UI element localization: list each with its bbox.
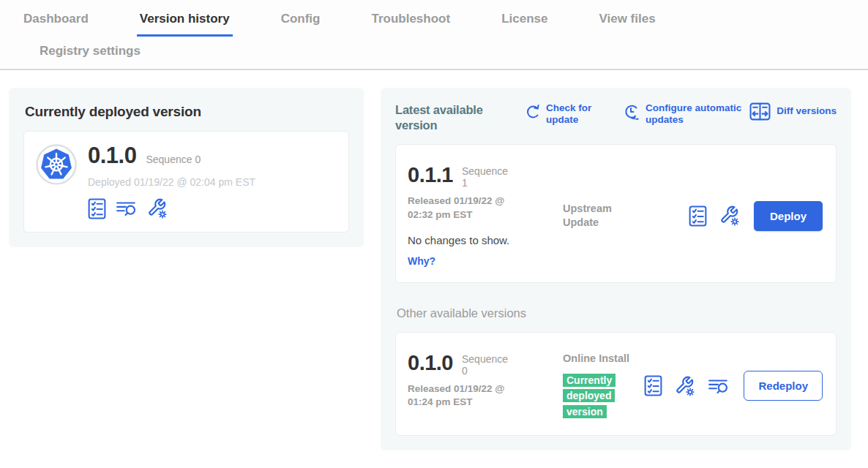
currently-deployed-badge-wrap: Currently deployed version <box>563 373 623 420</box>
nav-row-2: Registry settings <box>0 37 868 69</box>
deployed-action-icons <box>88 198 255 219</box>
config-wrench-icon[interactable] <box>675 376 695 396</box>
other-version-number: 0.1.0 <box>408 352 453 374</box>
latest-released-timestamp: Released 01/19/22 @ 02:32 pm EST <box>408 195 528 221</box>
latest-version-number: 0.1.1 <box>408 164 453 186</box>
preflight-checklist-icon[interactable] <box>88 198 106 219</box>
page-body: Currently deployed version <box>0 70 868 450</box>
available-versions-panel: Latest available version Check for updat… <box>381 88 851 450</box>
main-nav: Dashboard Version history Config Trouble… <box>0 0 868 70</box>
tab-registry-settings[interactable]: Registry settings <box>37 44 143 60</box>
tab-view-files[interactable]: View files <box>596 12 658 37</box>
latest-card-info: 0.1.1 Sequence 1 Released 01/19/22 @ 02:… <box>408 164 563 268</box>
tab-troubleshoot[interactable]: Troubleshoot <box>368 12 453 37</box>
deploy-logs-icon[interactable] <box>708 377 730 396</box>
diff-versions-link[interactable]: Diff versions <box>749 102 837 121</box>
latest-source-label: Upstream Update <box>563 164 642 268</box>
deployed-sequence-label: Sequence 0 <box>146 154 201 165</box>
tab-config[interactable]: Config <box>278 12 323 37</box>
latest-card-actions: Deploy <box>689 201 823 231</box>
preflight-checklist-icon[interactable] <box>644 375 662 396</box>
other-card-actions: Redeploy <box>644 371 823 401</box>
latest-sequence-label: Sequence 1 <box>462 164 515 189</box>
check-for-update-label: Check for update <box>546 102 606 126</box>
other-source-label: Online Install <box>563 352 642 366</box>
diff-versions-label: Diff versions <box>777 105 837 117</box>
deploy-logs-icon[interactable] <box>116 199 138 218</box>
latest-version-title: Latest available version <box>395 102 506 132</box>
other-version-card: 0.1.0 Sequence 0 Released 01/19/22 @ 01:… <box>395 332 837 436</box>
config-wrench-icon[interactable] <box>147 198 168 219</box>
tab-version-history[interactable]: Version history <box>137 12 233 37</box>
other-released-timestamp: Released 01/19/22 @ 01:24 pm EST <box>408 382 528 409</box>
other-sequence-label: Sequence 0 <box>462 352 515 377</box>
other-card-info: 0.1.0 Sequence 0 Released 01/19/22 @ 01:… <box>408 352 563 420</box>
config-wrench-icon[interactable] <box>719 205 740 226</box>
deploy-button[interactable]: Deploy <box>754 201 823 231</box>
deployed-version-number: 0.1.0 <box>88 144 136 168</box>
currently-deployed-panel: Currently deployed version <box>9 88 364 247</box>
tab-dashboard[interactable]: Dashboard <box>20 12 91 37</box>
currently-deployed-badge: Currently deployed version <box>563 374 616 419</box>
deployed-timestamp: Deployed 01/19/22 @ 02:04 pm EST <box>88 176 255 188</box>
latest-version-header: Latest available version Check for updat… <box>395 102 837 132</box>
auto-update-clock-icon[interactable] <box>622 102 640 121</box>
tab-license[interactable]: License <box>498 12 550 37</box>
other-versions-title: Other available versions <box>397 306 837 320</box>
latest-version-card: 0.1.1 Sequence 1 Released 01/19/22 @ 02:… <box>395 144 837 283</box>
other-source-column: Online Install Currently deployed versio… <box>563 352 642 420</box>
nav-row-1: Dashboard Version history Config Trouble… <box>0 12 868 37</box>
diff-versions-icon[interactable] <box>749 102 771 121</box>
preflight-checklist-icon[interactable] <box>689 205 707 227</box>
check-for-update-link[interactable]: Check for update <box>524 102 606 126</box>
redeploy-button[interactable]: Redeploy <box>744 371 823 401</box>
kubernetes-logo-icon <box>36 144 77 185</box>
refresh-icon[interactable] <box>524 102 540 120</box>
currently-deployed-title: Currently deployed version <box>25 104 349 120</box>
configure-automatic-updates-link[interactable]: Configure automatic updates <box>622 102 745 126</box>
configure-automatic-updates-label: Configure automatic updates <box>646 102 745 126</box>
no-changes-text: No changes to show. <box>408 234 563 246</box>
deployed-version-card: 0.1.0 Sequence 0 Deployed 01/19/22 @ 02:… <box>23 131 349 233</box>
why-link[interactable]: Why? <box>408 255 435 267</box>
deployed-version-info: 0.1.0 Sequence 0 Deployed 01/19/22 @ 02:… <box>88 144 255 219</box>
